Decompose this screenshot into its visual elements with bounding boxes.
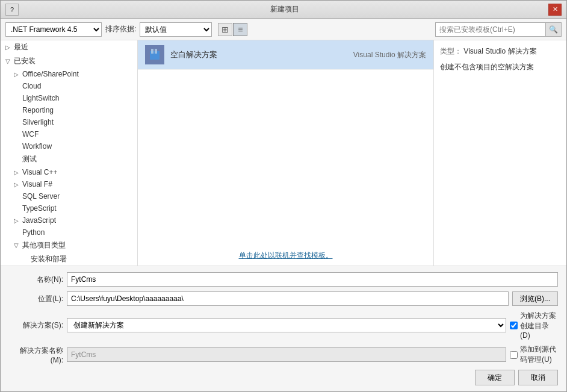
main-content: ▷ 最近 ▽ 已安装 ▷ Office/SharePoint Cloud Lig… [1, 40, 566, 266]
sidebar-item-office[interactable]: ▷ Office/SharePoint [1, 68, 137, 80]
help-button[interactable]: ? [5, 4, 19, 16]
dialog-title: 新建项目 [21, 4, 548, 14]
location-label: 位置(L): [9, 294, 63, 304]
sidebar-item-label: 已安装 [14, 56, 36, 66]
sidebar-item-label: 安装和部署 [31, 254, 67, 264]
browse-button[interactable]: 浏览(B)... [512, 291, 558, 306]
sidebar-item-label: JavaScript [22, 216, 56, 225]
sidebar-item-cloud[interactable]: Cloud [1, 80, 137, 92]
checkbox1-label: 为解决方案创建目录(D) [520, 311, 558, 340]
sidebar-item-visual-cpp[interactable]: ▷ Visual C++ [1, 166, 137, 178]
close-button[interactable]: ✕ [548, 4, 562, 16]
online-link: 单击此处以联机并查找模板。 [138, 246, 433, 266]
sidebar-item-label: TypeScript [22, 204, 57, 213]
arrow-icon: ▷ [5, 44, 11, 51]
sidebar-item-reporting[interactable]: Reporting [1, 104, 137, 116]
template-icon [145, 45, 164, 64]
title-bar: ? 新建项目 ✕ [1, 1, 566, 19]
sidebar-item-workflow[interactable]: Workflow [1, 140, 137, 152]
framework-select[interactable]: .NET Framework 4.5 [5, 22, 102, 37]
list-view-button[interactable]: ≡ [233, 23, 247, 36]
template-name: 空白解决方案 [170, 49, 347, 60]
sidebar-item-silverlight[interactable]: Silverlight [1, 116, 137, 128]
search-icon[interactable]: 🔍 [545, 23, 561, 36]
solution-name-row: 解决方案名称(M): 添加到源代码管理(U) [9, 344, 558, 365]
template-source: Visual Studio 解决方案 [353, 50, 426, 60]
type-info: 类型： Visual Studio 解决方案 [440, 46, 560, 57]
online-link-anchor[interactable]: 单击此处以联机并查找模板。 [239, 251, 333, 260]
sidebar-item-label: Visual F# [22, 180, 52, 188]
arrow-icon: ▷ [14, 71, 20, 78]
sidebar-item-label: Visual C++ [22, 168, 57, 176]
name-input[interactable] [67, 272, 558, 287]
sidebar-item-install-deploy[interactable]: 安装和部署 [1, 252, 137, 266]
sidebar-item-label: 其他项目类型 [22, 240, 66, 250]
arrow-icon [14, 83, 20, 90]
sidebar-item-installed[interactable]: ▽ 已安装 [1, 54, 137, 68]
grid-view-button[interactable]: ⊞ [218, 23, 232, 36]
sidebar-item-typescript[interactable]: TypeScript [1, 202, 137, 214]
sidebar-item-label: Silverlight [22, 118, 54, 126]
solution-name-input[interactable] [67, 347, 506, 362]
sidebar-item-lightswitch[interactable]: LightSwitch [1, 92, 137, 104]
right-checkboxes: 为解决方案创建目录(D) [510, 311, 558, 340]
arrow-icon: ▷ [14, 181, 20, 188]
sidebar-item-visual-fsharp[interactable]: ▷ Visual F# [1, 178, 137, 190]
arrow-icon: ▷ [14, 169, 20, 176]
type-label: 类型： [440, 47, 462, 55]
bottom-form: 名称(N): 位置(L): 浏览(B)... 解决方案(S): 创建新解决方案 … [1, 266, 566, 391]
sidebar-item-label: SQL Server [22, 192, 60, 201]
arrow-icon [14, 205, 20, 212]
sidebar-item-python[interactable]: Python [1, 226, 137, 238]
sidebar-item-label: Workflow [22, 142, 52, 151]
right-panel: 类型： Visual Studio 解决方案 创建不包含项目的空解决方案 [434, 40, 566, 266]
template-list: 空白解决方案 Visual Studio 解决方案 [138, 40, 433, 246]
solution-select[interactable]: 创建新解决方案 [67, 318, 506, 332]
sidebar-item-javascript[interactable]: ▷ JavaScript [1, 214, 137, 226]
checkbox1[interactable] [510, 322, 518, 329]
center-panel: 空白解决方案 Visual Studio 解决方案 单击此处以联机并查找模板。 [138, 40, 434, 266]
title-bar-controls: ✕ [548, 4, 562, 16]
arrow-icon: ▽ [5, 58, 11, 64]
bottom-buttons: 确定 取消 [9, 370, 558, 385]
sidebar-item-label: Reporting [22, 106, 54, 114]
sidebar-item-wcf[interactable]: WCF [1, 128, 137, 140]
location-row: 位置(L): 浏览(B)... [9, 291, 558, 306]
name-row: 名称(N): [9, 272, 558, 287]
arrow-icon [14, 95, 20, 102]
search-input[interactable] [436, 23, 545, 36]
svg-rect-3 [155, 49, 157, 54]
sidebar-item-label: Cloud [22, 82, 41, 90]
arrow-icon [14, 143, 20, 150]
solution-label: 解决方案(S): [9, 320, 63, 331]
arrow-icon [14, 119, 20, 126]
right-checkboxes2: 添加到源代码管理(U) [510, 344, 558, 365]
solution-name-label: 解决方案名称(M): [9, 346, 63, 364]
arrow-icon [14, 229, 20, 236]
toolbar: .NET Framework 4.5 排序依据: 默认值 ⊞ ≡ 🔍 [1, 19, 566, 40]
arrow-icon [22, 256, 28, 263]
checkbox1-row[interactable]: 为解决方案创建目录(D) [510, 311, 558, 340]
checkbox2[interactable] [510, 351, 518, 359]
arrow-icon [14, 107, 20, 114]
new-project-dialog: ? 新建项目 ✕ .NET Framework 4.5 排序依据: 默认值 ⊞ … [0, 0, 567, 392]
svg-rect-2 [151, 49, 153, 54]
sort-select[interactable]: 默认值 [140, 22, 212, 37]
template-item-blank-solution[interactable]: 空白解决方案 Visual Studio 解决方案 [138, 40, 433, 70]
sidebar-item-sql-server[interactable]: SQL Server [1, 190, 137, 202]
sidebar-item-test[interactable]: 测试 [1, 152, 137, 166]
arrow-icon: ▷ [14, 217, 20, 224]
sidebar-item-recent[interactable]: ▷ 最近 [1, 40, 137, 54]
sort-label: 排序依据: [105, 24, 136, 34]
sidebar-item-label: Python [22, 228, 45, 237]
arrow-icon [14, 156, 20, 163]
name-label: 名称(N): [9, 275, 63, 285]
sidebar-item-other-types[interactable]: ▽ 其他项目类型 [1, 238, 137, 252]
location-input[interactable] [67, 291, 509, 306]
view-toggle: ⊞ ≡ [218, 23, 247, 36]
cancel-button[interactable]: 取消 [518, 370, 558, 385]
sidebar-item-label: LightSwitch [22, 94, 59, 102]
ok-button[interactable]: 确定 [475, 370, 515, 385]
checkbox2-row[interactable]: 添加到源代码管理(U) [510, 344, 558, 365]
sidebar-item-label: Office/SharePoint [22, 70, 79, 78]
